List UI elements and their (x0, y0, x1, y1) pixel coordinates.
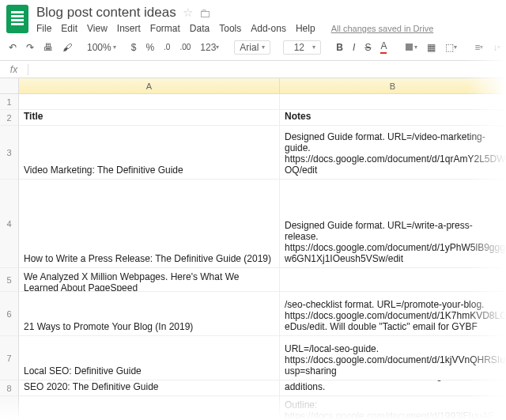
sheets-logo (6, 5, 28, 33)
valign-icon[interactable]: ↓▾ (490, 40, 503, 55)
fx-label: fx (0, 64, 28, 75)
zoom-select[interactable]: 100%▾ (87, 42, 116, 53)
cell[interactable]: 21 Ways to Promote Your Blog (In 2019) (19, 292, 280, 336)
strikethrough-button[interactable]: S (362, 40, 373, 55)
row-header[interactable]: 7 (0, 336, 19, 380)
menu-edit[interactable]: Edit (61, 23, 77, 34)
row-header[interactable]: 3 (0, 126, 19, 180)
cell[interactable]: SEO 2020: The Definitive Guide (19, 380, 280, 396)
menu-view[interactable]: View (87, 23, 108, 34)
row-header[interactable]: 2 (0, 110, 19, 126)
cell[interactable]: Outline: https://docs.google.com/documen… (280, 396, 506, 420)
row-header[interactable]: 9 (0, 396, 19, 420)
menu-addons[interactable]: Add-ons (251, 23, 286, 34)
cell[interactable]: Local SEO: Definitive Guide (19, 336, 280, 380)
menu-help[interactable]: Help (296, 23, 315, 34)
currency-button[interactable]: $ (129, 40, 139, 55)
row-header[interactable]: 1 (0, 94, 19, 110)
cell[interactable] (280, 94, 506, 110)
cell[interactable]: /seo-checklist format. URL=/promote-your… (280, 292, 506, 336)
menu-data[interactable]: Data (190, 23, 210, 34)
number-format-button[interactable]: 123▾ (198, 40, 221, 55)
row-header[interactable]: 4 (0, 180, 19, 268)
cell[interactable] (19, 94, 280, 110)
undo-icon[interactable]: ↶ (6, 40, 19, 55)
column-header-a[interactable]: A (19, 78, 280, 94)
print-icon[interactable]: 🖶 (41, 40, 55, 55)
cell[interactable]: How to Write a Press Release: The Defini… (19, 180, 280, 268)
cell[interactable]: Title (19, 110, 280, 126)
font-select[interactable]: Arial▾ (234, 40, 270, 55)
cell[interactable]: Notes (280, 110, 506, 126)
redo-icon[interactable]: ↷ (24, 40, 36, 55)
star-icon[interactable]: ☆ (183, 6, 193, 20)
cell[interactable]: URL=/local-seo-guide. https://docs.googl… (280, 336, 506, 380)
save-status: All changes saved in Drive (331, 24, 434, 33)
cell[interactable] (280, 268, 506, 292)
row-header[interactable]: 5 (0, 268, 19, 292)
italic-button[interactable]: I (350, 40, 357, 55)
menu-insert[interactable]: Insert (117, 23, 141, 34)
paint-format-icon[interactable]: 🖌 (60, 40, 74, 55)
text-color-button[interactable]: A (378, 39, 389, 55)
formula-bar: fx (0, 61, 506, 78)
cell[interactable]: Designed Guide format. URL=/video-market… (280, 126, 506, 180)
cell[interactable]: Video Marketing: The Definitive Guide (19, 126, 280, 180)
fill-color-icon[interactable]: ▾ (402, 40, 420, 54)
spreadsheet-grid: A B 1 2 Title Notes 3 Video Marketing: T… (0, 78, 506, 420)
row-header[interactable]: 8 (0, 380, 19, 396)
borders-icon[interactable]: ▦ (425, 40, 438, 55)
menubar: File Edit View Insert Format Data Tools … (36, 23, 500, 34)
percent-button[interactable]: % (143, 40, 157, 55)
increase-decimal-button[interactable]: .00 (177, 41, 193, 53)
cell[interactable]: We Analyzed X Million Webpages. Here's W… (19, 268, 280, 292)
cell[interactable]: Relaunch. See notes below on changes + a… (280, 380, 506, 396)
column-header-b[interactable]: B (280, 78, 506, 94)
row-header[interactable]: 6 (0, 292, 19, 336)
select-all-corner[interactable] (0, 78, 19, 94)
cell[interactable] (19, 396, 280, 420)
bold-button[interactable]: B (334, 40, 346, 55)
folder-icon[interactable]: 🗀 (199, 6, 211, 20)
menu-format[interactable]: Format (150, 23, 180, 34)
decrease-decimal-button[interactable]: .0 (161, 41, 172, 53)
toolbar: ↶ ↷ 🖶 🖌 100%▾ $ % .0 .00 123▾ Arial▾ 12▾… (0, 34, 506, 61)
menu-tools[interactable]: Tools (219, 23, 241, 34)
cell[interactable]: Designed Guide format. URL=/write-a-pres… (280, 180, 506, 268)
font-size-select[interactable]: 12▾ (283, 40, 321, 55)
merge-icon[interactable]: ⬚▾ (443, 40, 459, 55)
doc-title[interactable]: Blog post content ideas (36, 5, 176, 21)
menu-file[interactable]: File (36, 23, 51, 34)
halign-icon[interactable]: ≡▾ (472, 40, 485, 55)
